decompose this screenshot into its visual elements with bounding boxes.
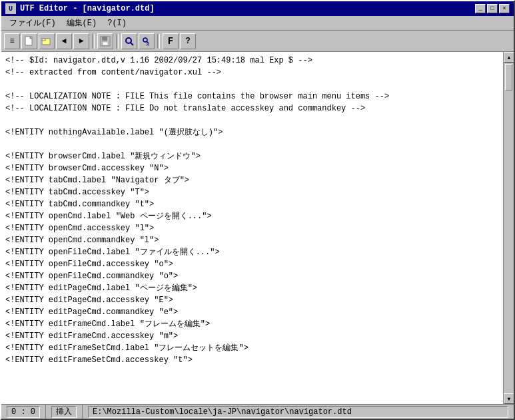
menu-bar: ファイル(F) 編集(E) ?(I)	[1, 16, 514, 31]
svg-rect-6	[103, 42, 108, 45]
scrollbar-thumb[interactable]	[505, 64, 512, 91]
forward-button[interactable]: ►	[73, 33, 89, 49]
vertical-scrollbar[interactable]: ▲ ▼	[503, 52, 514, 404]
font-button[interactable]: F	[163, 33, 179, 49]
back-button[interactable]: ◄	[56, 33, 72, 49]
menu-file[interactable]: ファイル(F)	[4, 16, 61, 30]
save-button[interactable]	[97, 33, 113, 49]
svg-point-7	[126, 38, 131, 43]
window-title: UTF Editor - [navigator.dtd]	[20, 4, 155, 13]
toolbar: ≡ ◄ ►	[1, 31, 514, 52]
open-button[interactable]	[39, 33, 55, 49]
scroll-up-button[interactable]: ▲	[504, 52, 514, 63]
minimize-button[interactable]: _	[475, 4, 486, 13]
text-editor[interactable]: <!-- $Id: navigator.dtd,v 1.16 2002/09/2…	[1, 52, 503, 404]
maximize-button[interactable]: □	[487, 4, 498, 13]
svg-text:R: R	[147, 42, 150, 47]
title-buttons: _ □ ×	[475, 4, 510, 13]
menu-help[interactable]: ?(I)	[102, 17, 132, 29]
title-bar-left: U UTF Editor - [navigator.dtd]	[5, 3, 155, 14]
title-bar: U UTF Editor - [navigator.dtd] _ □ ×	[1, 1, 514, 16]
toolbar-sep-3	[157, 34, 160, 49]
menu-edit[interactable]: 編集(E)	[61, 16, 103, 30]
app-icon: U	[5, 3, 16, 14]
new-button[interactable]	[21, 33, 37, 49]
toolbar-sep-2	[116, 34, 119, 49]
main-window: U UTF Editor - [navigator.dtd] _ □ × ファイ…	[0, 0, 515, 420]
scrollbar-track[interactable]	[504, 63, 514, 393]
mode-display: 挿入	[51, 406, 77, 418]
replace-button[interactable]: R	[139, 33, 155, 49]
close-button[interactable]: ×	[499, 4, 510, 13]
scroll-down-button[interactable]: ▼	[504, 393, 514, 404]
status-bar: 0 : 0 挿入 E:\Mozilla-Custom\locale\ja-JP\…	[1, 404, 514, 419]
svg-line-8	[131, 43, 133, 45]
svg-rect-5	[102, 37, 107, 41]
file-path-section: E:\Mozilla-Custom\locale\ja-JP\navigator…	[83, 405, 514, 419]
toolbar-sep-1	[92, 34, 95, 49]
file-path-display: E:\Mozilla-Custom\locale\ja-JP\navigator…	[88, 406, 508, 418]
help-button[interactable]: ?	[180, 33, 196, 49]
editor-area: <!-- $Id: navigator.dtd,v 1.16 2002/09/2…	[1, 52, 514, 404]
edit-mode: 挿入	[46, 405, 83, 419]
position-display: 0 : 0	[7, 406, 40, 418]
search-button[interactable]	[121, 33, 137, 49]
svg-rect-3	[42, 39, 45, 41]
cursor-position: 0 : 0	[1, 405, 46, 419]
toolbar-btn-1[interactable]: ≡	[4, 33, 20, 49]
